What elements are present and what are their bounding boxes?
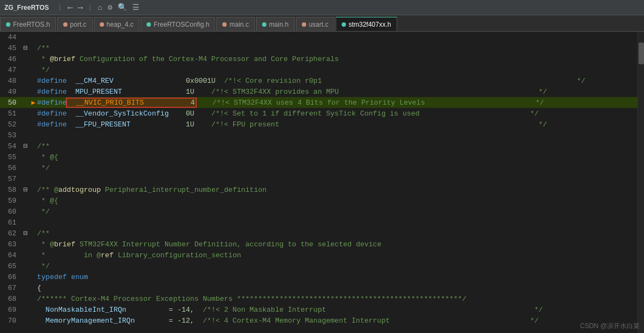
line-58: 58 ⊟ /** @addtogroup Peripheral_interrup…	[0, 184, 637, 195]
tab-stm32f407xx-h[interactable]: stm32f407xx.h	[336, 17, 397, 31]
line-57: 57	[0, 173, 637, 184]
line-47: 47 */	[0, 64, 637, 75]
line-64: 64 * in @ref Library_configuration_secti…	[0, 250, 637, 261]
line-51: 51 #define __Vendor_SysTickConfig 0U /*!…	[0, 108, 637, 119]
line-49: 49 #define MPU_PRESENT 1U /*!< STM32F4XX…	[0, 86, 637, 97]
scrollbar-thumb[interactable]	[639, 43, 644, 64]
line-59: 59 * @{	[0, 195, 637, 206]
search-icon[interactable]: 🔍	[118, 3, 127, 12]
line-60: 60 */	[0, 206, 637, 217]
build-icon[interactable]: ⚙	[108, 3, 112, 12]
line-70: 70 MemoryManagement_IRQn = -12, /*!< 4 C…	[0, 315, 637, 326]
line-65: 65 */	[0, 261, 637, 271]
tab-usart-c[interactable]: usart.c	[296, 17, 335, 31]
arrow-right-icon[interactable]: ⟶	[78, 3, 82, 12]
vertical-scrollbar[interactable]	[637, 32, 644, 333]
line-62: 62 ⊟ /**	[0, 228, 637, 239]
toolbar-title: ZG_FreeRTOS	[4, 4, 49, 11]
line-69: 69 NonMaskableInt_IRQn = -14, /*!< 2 Non…	[0, 304, 637, 315]
line-46: 46 * @brief Configuration of the Cortex-…	[0, 53, 637, 64]
tab-freertosconfig-h[interactable]: FreeRTOSConfig.h	[141, 17, 215, 31]
line-56: 56 */	[0, 162, 637, 173]
line-45: 45 ⊟ /**	[0, 43, 637, 53]
editor: 44 45 ⊟ /** 46 * @brief Configuration of…	[0, 32, 644, 333]
tab-main-c[interactable]: main.c	[216, 17, 254, 31]
settings-icon[interactable]: ☰	[132, 3, 139, 12]
line-55: 55 * @{	[0, 152, 637, 162]
toolbar-sep: |	[58, 3, 62, 11]
line-44: 44	[0, 32, 637, 43]
toolbar: ZG_FreeRTOS | ⟵ ⟶ | ⌂ ⚙ 🔍 ☰	[0, 0, 644, 15]
watermark: CSDN @凉开水白菜	[580, 322, 640, 331]
tab-freertos-h[interactable]: FreeRTOS.h	[0, 17, 56, 31]
line-63: 63 * @brief STM32F4XX Interrupt Number D…	[0, 239, 637, 250]
line-61: 61	[0, 217, 637, 228]
tab-main-h[interactable]: main.h	[256, 17, 295, 31]
line-48: 48 #define __CM4_REV 0x0001U /*!< Core r…	[0, 75, 637, 86]
home-icon[interactable]: ⌂	[98, 3, 102, 12]
line-53: 53	[0, 130, 637, 141]
line-67: 67 {	[0, 282, 637, 293]
line-66: 66 typedef enum	[0, 271, 637, 282]
line-54: 54 ⊟ /**	[0, 141, 637, 152]
tab-port-c[interactable]: port.c	[57, 17, 93, 31]
tab-heap-4-c[interactable]: heap_4.c	[94, 17, 139, 31]
separator-icon: |	[88, 3, 93, 11]
code-area[interactable]: 44 45 ⊟ /** 46 * @brief Configuration of…	[0, 32, 637, 333]
line-52: 52 #define __FPU_PRESENT 1U /*!< FPU pre…	[0, 119, 637, 130]
line-68: 68 /****** Cortex-M4 Processor Exception…	[0, 293, 637, 304]
arrow-left-icon[interactable]: ⟵	[68, 3, 72, 12]
tab-bar: FreeRTOS.h port.c heap_4.c FreeRTOSConfi…	[0, 15, 644, 32]
line-50: 50 ▶ #define __NVIC_PRIO_BITS 4 /*!< STM…	[0, 97, 637, 108]
